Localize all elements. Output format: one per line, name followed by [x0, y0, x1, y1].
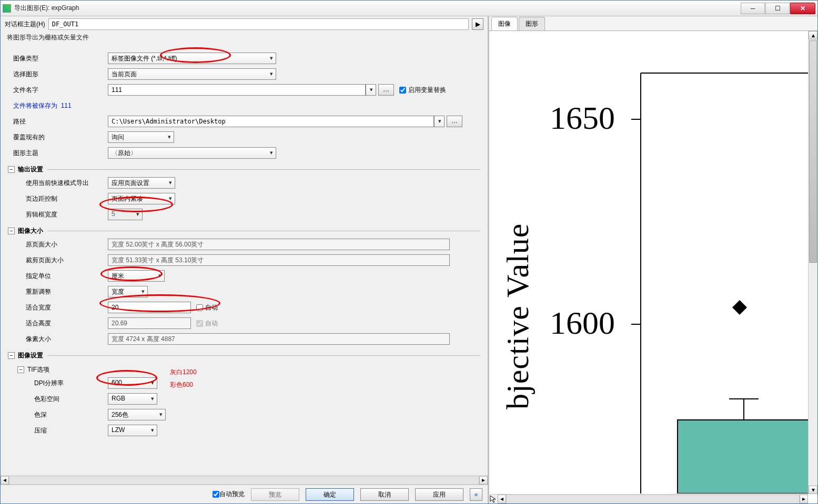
- preview-button[interactable]: 预览: [251, 488, 299, 501]
- apply-button[interactable]: 应用: [415, 488, 463, 501]
- enable-var-sub-checkbox[interactable]: [399, 87, 406, 94]
- fit-height-label: 适合高度: [8, 319, 108, 328]
- tif-group-title: TIF选项: [27, 365, 49, 374]
- preview-hscroll[interactable]: ◂ ▸: [489, 494, 808, 503]
- path-dropdown[interactable]: [434, 116, 445, 127]
- preview-hscroll-track[interactable]: [506, 495, 800, 503]
- size-group-title: 图像大小: [18, 227, 43, 235]
- preview-area: bjective Value 1650 1600: [489, 31, 817, 503]
- orig-size-value: [108, 239, 450, 250]
- fit-width-auto-checkbox[interactable]: [196, 304, 203, 311]
- collapse-preview-button[interactable]: «: [470, 488, 482, 501]
- size-group-header: − 图像大小: [8, 227, 480, 235]
- app-icon: [3, 4, 11, 13]
- colorspace-combo[interactable]: RGB: [108, 393, 157, 405]
- button-bar: 自动预览 预览 确定 取消 应用 «: [1, 485, 488, 503]
- svg-rect-4: [678, 420, 810, 493]
- fit-height-auto-label: 自动: [205, 319, 218, 328]
- preview-hscroll-right[interactable]: ▸: [800, 495, 808, 503]
- svg-marker-7: [732, 300, 747, 315]
- dpi-label: DPI分辨率: [8, 379, 108, 388]
- depth-label: 色深: [8, 410, 108, 419]
- fit-width-label: 适合宽度: [8, 303, 108, 312]
- window-title: 导出图形(E): expGraph: [14, 4, 740, 13]
- quick-mode-combo[interactable]: 应用页面设置: [108, 177, 175, 189]
- path-label: 路径: [8, 117, 108, 126]
- preview-hscroll-left[interactable]: ◂: [498, 495, 506, 503]
- filename-input[interactable]: [108, 84, 366, 96]
- output-group-toggle[interactable]: −: [8, 166, 15, 173]
- quick-mode-label: 使用当前快速模式导出: [8, 179, 108, 188]
- ok-button[interactable]: 确定: [306, 488, 354, 501]
- filename-label: 文件名字: [8, 86, 108, 95]
- filename-browse-button[interactable]: …: [378, 84, 394, 96]
- form-scroll[interactable]: 图像类型 标签图像文件 (*.tif,*.tiff) 选择图形 当前页面 文件名…: [1, 46, 488, 475]
- pixel-size-value: [108, 333, 450, 345]
- form-hscroll[interactable]: ◂ ▸: [1, 475, 488, 485]
- body: 对话框主题(H) ▶ 将图形导出为栅格或矢量文件 图像类型 标签图像文件 (*.…: [1, 16, 817, 503]
- graph-theme-label: 图形主题: [8, 149, 108, 158]
- overwrite-label: 覆盖现有的: [8, 133, 108, 142]
- hscroll-track[interactable]: [9, 476, 479, 485]
- minimize-button[interactable]: [741, 3, 765, 14]
- chart-svg: [489, 31, 810, 493]
- vscroll-thumb[interactable]: [809, 40, 817, 263]
- rescale-combo[interactable]: 宽度: [108, 286, 148, 297]
- graph-theme-combo[interactable]: 〈原始〉: [108, 147, 276, 159]
- margin-label: 页边距控制: [8, 194, 108, 203]
- path-browse-button[interactable]: …: [447, 116, 462, 127]
- image-type-label: 图像类型: [8, 54, 108, 63]
- clip-width-label: 剪辑框宽度: [8, 210, 108, 219]
- image-group-toggle[interactable]: −: [8, 352, 15, 359]
- auto-preview-option[interactable]: 自动预览: [213, 490, 245, 499]
- crop-size-label: 裁剪页面大小: [8, 256, 108, 265]
- overwrite-combo[interactable]: 询问: [108, 131, 174, 143]
- compress-combo[interactable]: LZW: [108, 425, 157, 436]
- fit-width-input[interactable]: [108, 302, 191, 313]
- preview-tabs: 图像 图形: [489, 16, 817, 31]
- export-graph-window: 导出图形(E): expGraph 对话框主题(H) ▶ 将图形导出为栅格或矢量…: [0, 0, 818, 504]
- unit-label: 指定单位: [8, 272, 108, 281]
- fit-height-input: [108, 317, 191, 329]
- unit-combo[interactable]: 厘米: [108, 270, 165, 282]
- tif-group-toggle[interactable]: −: [17, 366, 24, 373]
- saved-as-label: 文件将被保存为 111: [8, 101, 108, 110]
- dialog-theme-input[interactable]: [48, 18, 469, 30]
- compress-label: 压缩: [8, 426, 108, 435]
- image-type-combo[interactable]: 标签图像文件 (*.tif,*.tiff): [108, 53, 276, 64]
- dialog-theme-row: 对话框主题(H) ▶: [1, 16, 488, 32]
- rescale-label: 重新调整: [8, 287, 108, 296]
- hscroll-right[interactable]: ▸: [479, 476, 488, 485]
- output-group-header: − 输出设置: [8, 165, 480, 174]
- tab-image[interactable]: 图像: [491, 17, 518, 30]
- colorspace-label: 色彩空间: [8, 395, 108, 404]
- fit-height-auto-checkbox: [196, 320, 203, 327]
- clip-width-combo: 5: [108, 209, 143, 220]
- preview-vscroll[interactable]: ▴ ▾: [808, 31, 817, 494]
- select-graph-combo[interactable]: 当前页面: [108, 68, 276, 80]
- tab-graph[interactable]: 图形: [519, 17, 545, 30]
- dialog-theme-label: 对话框主题(H): [5, 20, 45, 29]
- size-group-toggle[interactable]: −: [8, 228, 15, 234]
- depth-combo[interactable]: 256色: [108, 409, 166, 420]
- vscroll-up[interactable]: ▴: [809, 31, 817, 39]
- dpi-combo[interactable]: 600: [108, 377, 157, 389]
- output-group-title: 输出设置: [18, 165, 43, 174]
- enable-var-sub-label: 启用变量替换: [408, 86, 446, 95]
- vscroll-down[interactable]: ▾: [809, 486, 817, 494]
- hscroll-left[interactable]: ◂: [1, 476, 9, 485]
- dialog-theme-next-button[interactable]: ▶: [472, 18, 483, 30]
- cancel-button[interactable]: 取消: [360, 488, 409, 501]
- subtitle: 将图形导出为栅格或矢量文件: [1, 32, 488, 46]
- auto-preview-checkbox[interactable]: [213, 491, 219, 498]
- pixel-size-label: 像素大小: [8, 335, 108, 344]
- maximize-button[interactable]: [765, 3, 790, 14]
- form-pane: 对话框主题(H) ▶ 将图形导出为栅格或矢量文件 图像类型 标签图像文件 (*.…: [1, 16, 489, 503]
- path-input[interactable]: [108, 116, 434, 127]
- filename-dropdown[interactable]: [366, 84, 376, 96]
- cursor-icon: [489, 495, 498, 503]
- close-button[interactable]: [790, 3, 815, 14]
- fit-width-auto-label: 自动: [205, 303, 218, 312]
- window-controls: [740, 3, 815, 14]
- margin-combo[interactable]: 页面内紧凑: [108, 193, 175, 204]
